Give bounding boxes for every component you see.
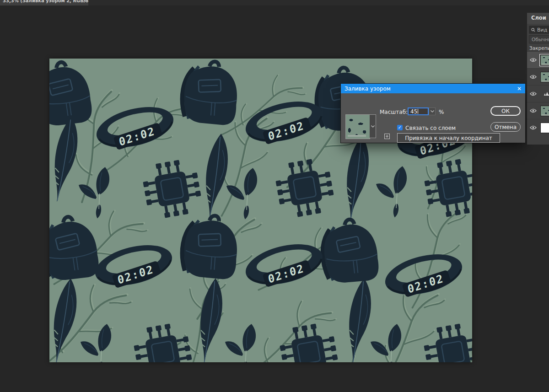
layer-row[interactable] xyxy=(527,119,549,136)
layers-tab[interactable]: Слои xyxy=(527,13,549,24)
layers-list xyxy=(527,51,549,136)
snap-to-origin-label: Привязка к началу координат xyxy=(405,135,492,141)
document-tabstrip: 33,3% (Заливка узором 2, RGB/8) ✕ xyxy=(0,0,549,5)
document-tab-title: 33,3% (Заливка узором 2, RGB/8) xyxy=(3,0,88,3)
lock-label: Закрепить: xyxy=(527,44,549,51)
scale-label: Масштаб: xyxy=(380,109,406,115)
blend-mode-select[interactable]: Обычные xyxy=(529,35,549,43)
percent-label: % xyxy=(439,109,444,115)
text-caret xyxy=(418,109,418,114)
layer-filter-search[interactable]: Вид xyxy=(529,26,549,34)
layer-visibility-eye-icon[interactable] xyxy=(527,108,539,113)
layer-row[interactable] xyxy=(527,102,549,119)
pattern-preview-thumbnail[interactable] xyxy=(345,114,370,139)
layer-visibility-eye-icon[interactable] xyxy=(527,91,539,96)
layer-visibility-eye-icon[interactable] xyxy=(527,75,539,79)
layer-thumbnail[interactable] xyxy=(540,89,549,99)
link-to-layer-label: Связать со слоем xyxy=(405,125,456,131)
dialog-titlebar[interactable]: Заливка узором ✕ xyxy=(341,84,525,93)
ok-label: ОК xyxy=(501,108,510,114)
tab-close-icon[interactable]: ✕ xyxy=(83,0,86,3)
layer-visibility-eye-icon[interactable] xyxy=(527,125,539,130)
layer-row[interactable] xyxy=(527,51,549,68)
checkbox-check-icon: ✓ xyxy=(398,125,402,130)
layers-panel-header: Слои xyxy=(527,13,549,24)
layer-filter-value: Вид xyxy=(537,27,547,33)
layer-visibility-eye-icon[interactable] xyxy=(527,58,539,62)
scale-value: 45 xyxy=(410,108,417,115)
snap-origin-icon xyxy=(384,134,390,139)
document-tab[interactable]: 33,3% (Заливка узором 2, RGB/8) ✕ xyxy=(0,0,88,5)
pattern-fill-dialog: Заливка узором ✕ Масштаб: 45 % ✓ Связать… xyxy=(341,84,525,143)
ok-button[interactable]: ОК xyxy=(490,106,521,116)
link-to-layer-checkbox[interactable]: ✓ xyxy=(397,125,403,130)
dialog-close-icon[interactable]: ✕ xyxy=(517,86,522,92)
layers-panel: Слои Вид Обычные Закрепить: xyxy=(527,13,549,145)
dialog-body: Масштаб: 45 % ✓ Связать со слоем Привязк… xyxy=(341,93,525,143)
pattern-layer-glyph-icon xyxy=(544,91,549,96)
search-icon xyxy=(531,28,535,32)
cancel-button[interactable]: Отмена xyxy=(490,122,521,132)
layer-thumbnail[interactable] xyxy=(540,55,549,65)
dialog-title: Заливка узором xyxy=(344,86,517,92)
snap-to-origin-button[interactable]: Привязка к началу координат xyxy=(397,133,500,143)
layer-thumbnail[interactable] xyxy=(540,106,549,116)
scale-input[interactable]: 45 xyxy=(408,107,429,115)
layer-thumbnail[interactable] xyxy=(540,123,549,133)
layer-row[interactable] xyxy=(527,85,549,102)
pattern-picker-chevron-icon[interactable] xyxy=(370,114,376,138)
layer-row[interactable] xyxy=(527,68,549,85)
scale-dropdown-chevron-icon[interactable] xyxy=(429,107,436,115)
cancel-label: Отмена xyxy=(495,124,517,130)
photoshop-window: 33,3% (Заливка узором 2, RGB/8) ✕ xyxy=(0,0,549,392)
blend-mode-value: Обычные xyxy=(532,37,549,42)
layer-thumbnail[interactable] xyxy=(540,72,549,82)
